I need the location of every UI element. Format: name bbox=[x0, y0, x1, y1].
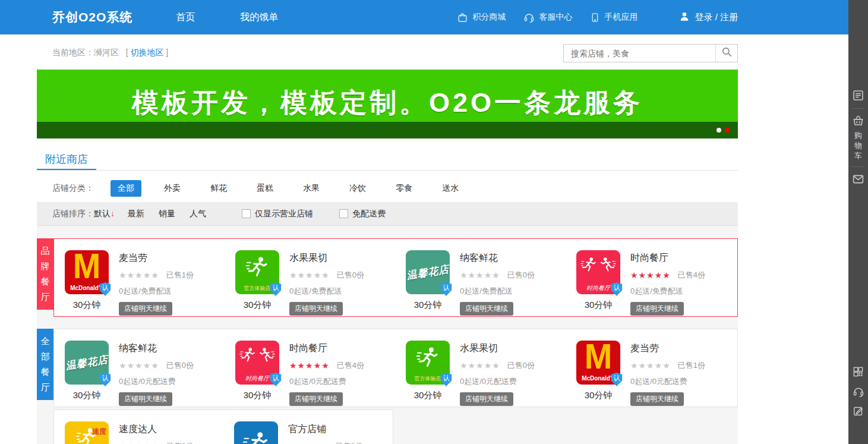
carousel-dot-1[interactable] bbox=[717, 128, 721, 133]
shop-name[interactable]: 时尚餐厅 bbox=[630, 252, 705, 264]
category-filter-row: 店铺分类： 全部外卖鲜花蛋糕水果冷饮零食送水 bbox=[37, 176, 738, 201]
group-tab-全部餐厅[interactable]: 全部餐厅 bbox=[37, 329, 53, 400]
promo-banner[interactable]: 模板开发，模板定制。O2O一条龙服务 bbox=[37, 70, 738, 138]
shop-card[interactable]: 时尚餐厅认30分钟时尚餐厅★★★★★已售4份0起送/0元配送费店铺明天继续 bbox=[225, 329, 395, 407]
category-chip-蛋糕[interactable]: 蛋糕 bbox=[250, 180, 280, 197]
divider bbox=[852, 108, 865, 109]
sort-default[interactable]: 默认↓ bbox=[94, 209, 115, 219]
search-box bbox=[563, 44, 738, 62]
shop-card[interactable]: 温馨花店认30分钟纳客鲜花★★★★★已售0份0起送/免费配送店铺明天继续 bbox=[395, 239, 566, 316]
category-chip-鲜花[interactable]: 鲜花 bbox=[203, 180, 234, 197]
shop-name[interactable]: 水果果切 bbox=[289, 252, 364, 264]
shop-card[interactable]: 速度速度达人★★★★★已售0份 bbox=[54, 410, 223, 444]
shop-status-badge: 店铺明天继续 bbox=[460, 302, 513, 316]
nav-util-积分商城[interactable]: 积分商城 bbox=[457, 12, 506, 23]
checkbox-免配送费[interactable]: 免配送费 bbox=[339, 209, 386, 219]
sold-count: 已售0份 bbox=[337, 270, 364, 281]
shop-logo-art bbox=[234, 421, 278, 444]
shop-name[interactable]: 麦当劳 bbox=[119, 252, 194, 264]
shop-card[interactable]: 官方体验店认30分钟水果果切★★★★★已售0份0起送/0元配送费店铺明天继续 bbox=[395, 329, 566, 407]
sort-option-最新[interactable]: 最新 bbox=[128, 209, 144, 218]
sold-count: 已售0份 bbox=[507, 360, 535, 371]
runner-icon bbox=[234, 429, 278, 444]
group-tab-品牌餐厅[interactable]: 品牌餐厅 bbox=[37, 238, 53, 310]
delivery-terms: 0起送/免费配送 bbox=[460, 286, 535, 297]
shop-name[interactable]: 速度达人 bbox=[119, 423, 194, 436]
shop-name[interactable]: 水果果切 bbox=[460, 342, 535, 355]
shop-logo-column: 温馨花店认30分钟 bbox=[65, 341, 109, 407]
section-header: 附近商店 bbox=[37, 150, 738, 171]
delivery-time: 30分钟 bbox=[65, 390, 109, 401]
cart-label: 购物车 bbox=[854, 130, 863, 160]
shop-card[interactable]: 官方体验店认30分钟水果果切★★★★★已售0份0起送/免费配送店铺明天继续 bbox=[225, 239, 395, 316]
shop-status-badge: 店铺明天继续 bbox=[460, 392, 513, 406]
feedback-edit-icon[interactable] bbox=[853, 405, 864, 418]
category-chip-冷饮[interactable]: 冷饮 bbox=[342, 180, 373, 197]
shop-card[interactable]: MMcDonald's认30分钟麦当劳★★★★★已售1份0起送/0元配送费店铺明… bbox=[566, 329, 736, 407]
sort-checkboxes: 仅显示营业店铺免配送费 bbox=[242, 209, 386, 219]
bracket: ] bbox=[166, 48, 168, 57]
checkbox-box[interactable] bbox=[339, 209, 348, 218]
shop-logo: 温馨花店认 bbox=[65, 341, 109, 385]
delivery-terms: 0起送/0元配送费 bbox=[460, 376, 535, 387]
sort-option-销量[interactable]: 销量 bbox=[159, 209, 175, 218]
category-chip-零食[interactable]: 零食 bbox=[389, 180, 419, 197]
delivery-time: 30分钟 bbox=[576, 300, 620, 311]
rating-row: ★★★★★已售0份 bbox=[289, 270, 364, 281]
sold-count: 已售0份 bbox=[166, 441, 194, 444]
nav-utilities: 积分商城客服中心手机应用 bbox=[457, 12, 637, 23]
shop-card[interactable]: 官方店铺★★★★★已售0份 bbox=[223, 410, 393, 444]
category-chip-送水[interactable]: 送水 bbox=[435, 180, 466, 197]
delivery-time: 30分钟 bbox=[65, 300, 109, 311]
nav-util-label: 客服中心 bbox=[539, 12, 572, 23]
customer-service-icon[interactable] bbox=[853, 386, 864, 399]
sold-count: 已售0份 bbox=[507, 270, 535, 281]
shop-name[interactable]: 时尚餐厅 bbox=[289, 342, 364, 355]
cart-basket-icon[interactable] bbox=[852, 115, 864, 128]
shop-logo-column: 时尚餐厅认30分钟 bbox=[235, 341, 279, 407]
shop-card[interactable]: 温馨花店认30分钟纳客鲜花★★★★★已售0份0起送/0元配送费店铺明天继续 bbox=[54, 329, 225, 407]
order-list-icon[interactable] bbox=[852, 89, 864, 102]
checkbox-仅显示营业店铺[interactable]: 仅显示营业店铺 bbox=[242, 209, 313, 219]
nav-link-home[interactable]: 首页 bbox=[176, 11, 195, 24]
shop-logo-column: 官方体验店认30分钟 bbox=[406, 341, 450, 407]
login-register-label: 登录 / 注册 bbox=[695, 12, 738, 23]
carousel-dot-2[interactable] bbox=[725, 128, 730, 133]
sort-option-人气[interactable]: 人气 bbox=[190, 209, 206, 218]
message-icon[interactable] bbox=[852, 173, 864, 186]
shop-name[interactable]: 纳客鲜花 bbox=[119, 342, 194, 355]
nav-link-my-orders[interactable]: 我的饿单 bbox=[240, 11, 278, 24]
shop-logo-art: 速度 bbox=[65, 421, 109, 444]
nav-util-label: 积分商城 bbox=[472, 12, 506, 23]
checkbox-label: 免配送费 bbox=[352, 209, 386, 219]
search-button[interactable] bbox=[715, 45, 737, 62]
shop-card[interactable]: 时尚餐厅认30分钟时尚餐厅★★★★★已售4份0起送/免费配送店铺明天继续 bbox=[566, 239, 736, 316]
main-nav: 首页 我的饿单 bbox=[176, 11, 278, 24]
shop-logo-column: MMcDonald's认30分钟 bbox=[65, 250, 109, 316]
nav-util-客服中心[interactable]: 客服中心 bbox=[523, 12, 572, 23]
carousel-dots bbox=[717, 128, 730, 133]
checkbox-box[interactable] bbox=[242, 209, 251, 218]
shop-name[interactable]: 官方店铺 bbox=[288, 423, 363, 436]
star-rating: ★★★★★ bbox=[460, 271, 500, 279]
search-input[interactable] bbox=[564, 45, 715, 62]
shop-status-badge: 店铺明天继续 bbox=[630, 392, 684, 406]
section-title-nearby-shops[interactable]: 附近商店 bbox=[37, 150, 96, 170]
brand-logo[interactable]: 乔创O2O系统 bbox=[52, 9, 132, 26]
category-chip-外卖[interactable]: 外卖 bbox=[157, 180, 188, 197]
shop-name[interactable]: 纳客鲜花 bbox=[460, 252, 535, 264]
shop-info: 麦当劳★★★★★已售1份0起送/0元配送费店铺明天继续 bbox=[630, 341, 705, 407]
login-register-button[interactable]: 登录 / 注册 bbox=[679, 11, 738, 24]
category-chip-全部[interactable]: 全部 bbox=[111, 180, 141, 197]
sort-bar: 店铺排序： 默认↓ 最新销量人气 仅显示营业店铺免配送费 bbox=[37, 202, 738, 226]
qr-code-icon[interactable] bbox=[853, 366, 864, 379]
category-chip-水果[interactable]: 水果 bbox=[296, 180, 327, 197]
shop-logo: 时尚餐厅认 bbox=[235, 341, 279, 385]
shop-status-badge: 店铺明天继续 bbox=[630, 302, 684, 316]
shop-status-badge: 店铺明天继续 bbox=[119, 302, 172, 316]
shop-group: 速度速度达人★★★★★已售0份官方店铺★★★★★已售0份 bbox=[37, 410, 738, 444]
switch-location-link[interactable]: 切换地区 bbox=[130, 48, 163, 57]
shop-name[interactable]: 麦当劳 bbox=[630, 342, 705, 355]
shop-card[interactable]: MMcDonald's认30分钟麦当劳★★★★★已售1份0起送/免费配送店铺明天… bbox=[54, 239, 225, 316]
nav-util-手机应用[interactable]: 手机应用 bbox=[590, 12, 637, 23]
